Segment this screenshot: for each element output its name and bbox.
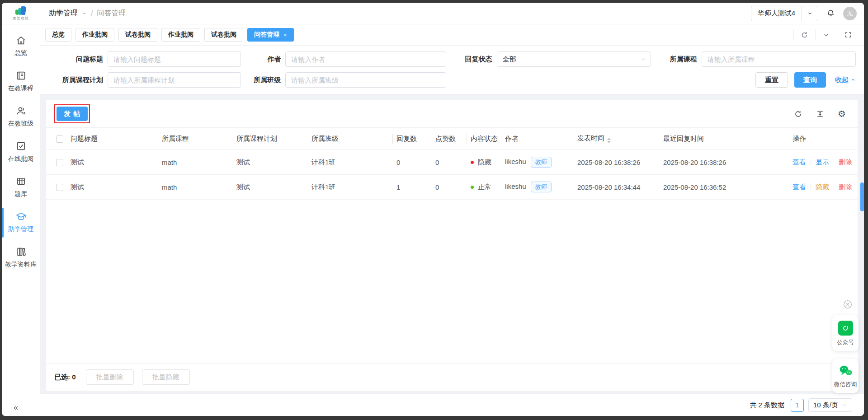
refresh-icon[interactable] [793, 29, 815, 40]
course-plan-input[interactable] [108, 72, 241, 88]
sidebar-item-study-assist[interactable]: 助学管理 [2, 205, 40, 240]
class-input[interactable] [285, 72, 446, 88]
col-question-title: 问题标题 [67, 128, 158, 150]
table-row: 测试 math 测试 计科1班 0 0 隐藏 likeshu教师 2025-08… [46, 150, 858, 175]
row-checkbox[interactable] [56, 159, 63, 166]
batch-hide-button[interactable]: 批量隐藏 [142, 369, 190, 385]
cell-last-reply-time: 2025-08-20 16:38:26 [660, 150, 789, 175]
widget-label: 公众号 [837, 339, 854, 346]
cell-plan: 测试 [233, 175, 308, 200]
sidebar-item-classes[interactable]: 在教班级 [2, 99, 40, 135]
show-link[interactable]: 显示 [816, 158, 829, 166]
tab-homework-review-2[interactable]: 作业批阅 [161, 28, 200, 42]
annotation-highlight-box: 发 帖 [54, 104, 90, 123]
chevron-down-icon[interactable] [802, 6, 818, 21]
sidebar-item-label: 在线批阅 [8, 155, 33, 163]
reply-status-select[interactable] [497, 51, 651, 67]
user-name: 华师大测试4 [751, 9, 802, 18]
cell-status: 正常 [467, 175, 501, 200]
wechat-consult-widget[interactable]: 微信咨询 [832, 359, 859, 393]
fullscreen-icon[interactable] [837, 29, 859, 40]
sidebar-item-label: 题库 [14, 190, 27, 198]
refresh-icon[interactable] [794, 110, 802, 118]
close-widgets-icon[interactable] [842, 299, 853, 310]
scrollbar-thumb[interactable] [860, 182, 864, 211]
collapse-filters-link[interactable]: 收起 [835, 76, 856, 84]
row-density-icon[interactable] [816, 110, 824, 118]
table-header-row: 问题标题 所属课程 所属课程计划 所属班级 回复数 点赞数 内容状态 作者 发表… [46, 128, 858, 150]
page-number-button[interactable]: 1 [791, 399, 804, 412]
cell-status: 隐藏 [467, 150, 501, 175]
app-logo[interactable]: 奥兰在线 [2, 3, 40, 24]
author-input[interactable] [285, 51, 446, 67]
sidebar-collapse-button[interactable]: « [2, 402, 40, 412]
logo-icon [15, 6, 26, 15]
tab-qa-management[interactable]: 问答管理 × [247, 28, 294, 42]
cell-actions: 查看隐藏删除 [789, 175, 858, 200]
tab-overview[interactable]: 总览 [45, 28, 71, 42]
home-icon [15, 35, 27, 46]
main-content: 总览 作业批阅 试卷批阅 作业批阅 试卷批阅 问答管理 × [40, 24, 864, 416]
delete-link[interactable]: 删除 [839, 158, 852, 166]
table-row: 测试 math 测试 计科1班 1 0 正常 likeshu教师 2025-08… [46, 175, 858, 200]
view-link[interactable]: 查看 [793, 183, 806, 191]
avatar[interactable]: 无 [843, 7, 857, 20]
tab-exam-review-1[interactable]: 试卷批阅 [118, 28, 157, 42]
post-button[interactable]: 发 帖 [57, 107, 88, 121]
question-title-input[interactable] [108, 51, 241, 67]
bookshelf-icon [15, 246, 27, 257]
cell-replies: 0 [393, 150, 432, 175]
cell-replies: 1 [393, 175, 432, 200]
app-header: 奥兰在线 助学管理 / 问答管理 华师大测试4 [2, 3, 864, 24]
official-account-widget[interactable]: 公众号 [832, 315, 859, 351]
row-checkbox[interactable] [56, 184, 63, 191]
status-dot-normal [471, 186, 474, 189]
tab-homework-review-1[interactable]: 作业批阅 [75, 28, 114, 42]
cell-plan: 测试 [233, 150, 308, 175]
filter-row-2: 所属课程计划 所属班级 重置 查询 收起 [48, 72, 856, 88]
breadcrumb-current: 问答管理 [97, 9, 126, 18]
page-size-select[interactable]: 10 条/页 [808, 398, 852, 412]
action-divider [811, 184, 811, 190]
breadcrumb-parent[interactable]: 助学管理 [49, 9, 78, 18]
sort-carets-icon[interactable] [607, 138, 611, 143]
pagination-bar: 共 2 条数据 1 10 条/页 [40, 394, 864, 416]
sidebar-item-teaching-library[interactable]: 教学资料库 [2, 240, 40, 275]
chevron-down-icon[interactable] [82, 11, 87, 16]
field-label: 所属班级 [253, 76, 281, 84]
cell-likes: 0 [432, 150, 467, 175]
action-divider [811, 159, 811, 165]
filter-field-reply-status: 回复状态 [458, 51, 651, 67]
people-icon [15, 105, 27, 117]
breadcrumb: 助学管理 / 问答管理 [49, 9, 126, 18]
select-all-checkbox[interactable] [56, 135, 63, 143]
chevron-down-icon[interactable] [815, 29, 837, 40]
search-button[interactable]: 查询 [794, 72, 826, 88]
total-count-label: 共 2 条数据 [750, 401, 784, 410]
wechat-icon [838, 364, 853, 378]
settings-gear-icon[interactable]: ⚙ [838, 109, 846, 118]
batch-delete-button[interactable]: 批量删除 [86, 369, 134, 385]
sidebar-item-overview[interactable]: 总览 [2, 29, 40, 64]
notification-bell-icon[interactable] [826, 9, 835, 18]
view-link[interactable]: 查看 [793, 158, 806, 166]
cell-class: 计科1班 [308, 175, 393, 200]
filter-field-course: 所属课程 [663, 51, 856, 67]
cell-course: math [158, 150, 233, 175]
delete-link[interactable]: 删除 [839, 183, 852, 191]
user-menu[interactable]: 华师大测试4 [751, 6, 818, 21]
breadcrumb-separator: / [91, 9, 93, 18]
reset-button[interactable]: 重置 [755, 72, 788, 88]
browser-frame: 奥兰在线 助学管理 / 问答管理 华师大测试4 [0, 0, 868, 420]
cell-author: likeshu教师 [501, 150, 574, 175]
sidebar-item-courses[interactable]: 在教课程 [2, 64, 40, 99]
filter-field-course-plan: 所属课程计划 [48, 72, 241, 88]
hide-link[interactable]: 隐藏 [816, 183, 829, 191]
tab-close-icon[interactable]: × [283, 32, 287, 38]
course-input[interactable] [702, 51, 856, 67]
filter-panel: 问题标题 作者 回复状态 [40, 45, 864, 94]
tab-exam-review-2[interactable]: 试卷批阅 [204, 28, 243, 42]
sidebar-item-review[interactable]: 在线批阅 [2, 135, 40, 170]
sidebar-item-question-bank[interactable]: 题库 [2, 170, 40, 205]
col-replies: 回复数 [393, 128, 432, 150]
